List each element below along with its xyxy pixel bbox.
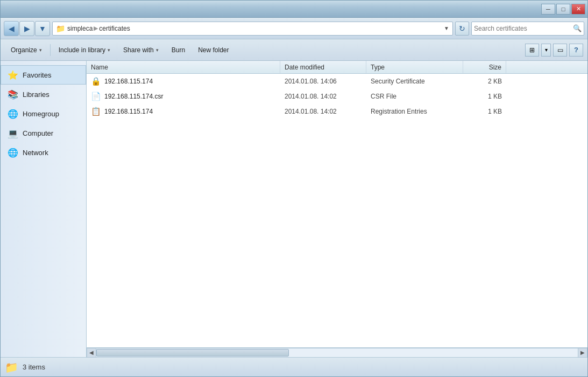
sidebar-label-network: Network — [23, 149, 48, 157]
back-button[interactable]: ◀ — [4, 21, 19, 36]
cell-date-2: 2014.01.08. 14:02 — [280, 104, 366, 119]
forward-icon: ▶ — [24, 24, 30, 33]
file-icon-0: 🔒 — [91, 76, 101, 86]
toolbar: Organize ▾ Include in library ▾ Share wi… — [1, 39, 587, 61]
col-header-size[interactable]: Size — [463, 61, 506, 73]
breadcrumb-arrow: ▶ — [94, 25, 98, 32]
view-icon: ⊞ — [529, 46, 535, 54]
scroll-track[interactable] — [96, 348, 578, 358]
separator-1 — [50, 44, 51, 56]
breadcrumb-bar[interactable]: 📁 simpleca ▶ certificates ▼ — [52, 22, 453, 36]
help-icon: ? — [574, 46, 578, 54]
back-icon: ◀ — [9, 24, 15, 33]
new-folder-label: New folder — [198, 46, 229, 54]
organize-label: Organize — [11, 46, 37, 54]
computer-icon: 💻 — [8, 128, 18, 138]
address-bar: ◀ ▶ ▼ 📁 simpleca ▶ certificates ▼ ↻ 🔍 — [1, 18, 587, 39]
cell-type-0: Security Certificate — [366, 74, 463, 89]
sidebar-item-network[interactable]: 🌐 Network — [1, 143, 86, 162]
status-bar: 📁 3 items — [1, 357, 587, 376]
file-list: 🔒 192.168.115.174 2014.01.08. 14:06 Secu… — [87, 74, 587, 347]
search-icon[interactable]: 🔍 — [573, 24, 582, 32]
close-button[interactable]: ✕ — [571, 4, 585, 15]
cell-type-2: Registration Entries — [366, 104, 463, 119]
toolbar-right: ⊞ ▾ ▭ ? — [525, 44, 583, 57]
pane-button[interactable]: ▭ — [553, 44, 567, 57]
main-area: ⭐ Favorites 📚 Libraries 🌐 Homegroup 💻 Co… — [1, 61, 587, 357]
cell-name-1: 📄 192.168.115.174.csr — [87, 89, 280, 104]
col-header-name[interactable]: Name — [87, 61, 280, 73]
sidebar: ⭐ Favorites 📚 Libraries 🌐 Homegroup 💻 Co… — [1, 61, 87, 357]
nav-buttons: ◀ ▶ ▼ — [4, 21, 50, 36]
burn-label: Burn — [172, 46, 185, 54]
sidebar-item-libraries[interactable]: 📚 Libraries — [1, 85, 86, 104]
cell-name-2: 📋 192.168.115.174 — [87, 104, 280, 119]
cell-size-1: 1 KB — [463, 89, 506, 104]
burn-button[interactable]: Burn — [166, 43, 191, 58]
help-button[interactable]: ? — [569, 44, 583, 57]
table-row[interactable]: 🔒 192.168.115.174 2014.01.08. 14:06 Secu… — [87, 74, 587, 89]
column-headers: Name Date modified Type Size — [87, 61, 587, 74]
cell-type-1: CSR File — [366, 89, 463, 104]
refresh-icon: ↻ — [459, 24, 465, 33]
organize-arrow: ▾ — [39, 47, 42, 53]
restore-button[interactable]: □ — [556, 4, 570, 15]
title-bar: ─ □ ✕ — [1, 1, 587, 18]
sidebar-item-favorites[interactable]: ⭐ Favorites — [1, 65, 86, 85]
file-icon-2: 📋 — [91, 107, 101, 116]
scroll-right-icon: ▶ — [580, 350, 585, 355]
scroll-right-button[interactable]: ▶ — [578, 348, 587, 358]
homegroup-icon: 🌐 — [8, 109, 18, 119]
folder-icon: 📁 — [56, 24, 65, 33]
search-box[interactable]: 🔍 — [471, 22, 584, 36]
col-header-date[interactable]: Date modified — [280, 61, 366, 73]
sidebar-item-homegroup[interactable]: 🌐 Homegroup — [1, 104, 86, 123]
share-with-button[interactable]: Share with ▾ — [117, 43, 165, 58]
scroll-left-icon: ◀ — [89, 350, 94, 355]
scroll-left-button[interactable]: ◀ — [87, 348, 96, 358]
col-header-type[interactable]: Type — [366, 61, 463, 73]
cell-size-2: 1 KB — [463, 104, 506, 119]
view-dropdown-arrow: ▾ — [545, 47, 548, 53]
breadcrumb-dropdown-button[interactable]: ▼ — [444, 25, 449, 31]
file-area: Name Date modified Type Size 🔒 — [87, 61, 587, 357]
search-input[interactable] — [474, 25, 573, 32]
file-icon-1: 📄 — [91, 92, 101, 101]
table-row[interactable]: 📋 192.168.115.174 2014.01.08. 14:02 Regi… — [87, 104, 587, 119]
breadcrumb: simpleca ▶ certificates — [67, 25, 130, 32]
chevron-down-icon: ▼ — [39, 24, 46, 33]
sidebar-label-computer: Computer — [23, 129, 53, 137]
include-library-button[interactable]: Include in library ▾ — [53, 43, 116, 58]
share-arrow: ▾ — [156, 47, 159, 53]
dropdown-button[interactable]: ▼ — [35, 21, 50, 36]
sidebar-item-computer[interactable]: 💻 Computer — [1, 123, 86, 143]
explorer-window: ─ □ ✕ ◀ ▶ ▼ 📁 simpleca ▶ certificates ▼ — [0, 0, 588, 377]
forward-button[interactable]: ▶ — [19, 21, 34, 36]
new-folder-button[interactable]: New folder — [192, 43, 235, 58]
horizontal-scrollbar: ◀ ▶ — [87, 347, 587, 357]
refresh-button[interactable]: ↻ — [455, 22, 469, 36]
sidebar-label-homegroup: Homegroup — [23, 110, 59, 118]
breadcrumb-leaf[interactable]: certificates — [99, 25, 130, 32]
view-button[interactable]: ⊞ — [525, 44, 539, 57]
network-icon: 🌐 — [8, 148, 18, 158]
pane-icon: ▭ — [557, 46, 563, 54]
sidebar-label-favorites: Favorites — [23, 71, 51, 79]
organize-button[interactable]: Organize ▾ — [5, 43, 48, 58]
favorites-icon: ⭐ — [8, 70, 18, 80]
item-count: 3 items — [23, 363, 45, 371]
view-dropdown-button[interactable]: ▾ — [541, 44, 551, 57]
libraries-icon: 📚 — [8, 89, 18, 100]
status-folder-icon: 📁 — [5, 361, 18, 374]
breadcrumb-root[interactable]: simpleca — [67, 25, 93, 32]
cell-date-1: 2014.01.08. 14:02 — [280, 89, 366, 104]
cell-date-0: 2014.01.08. 14:06 — [280, 74, 366, 89]
cell-name-0: 🔒 192.168.115.174 — [87, 74, 280, 89]
scroll-thumb[interactable] — [96, 349, 289, 357]
cell-size-0: 2 KB — [463, 74, 506, 89]
table-row[interactable]: 📄 192.168.115.174.csr 2014.01.08. 14:02 … — [87, 89, 587, 104]
sidebar-label-libraries: Libraries — [23, 90, 49, 99]
share-label: Share with — [123, 46, 154, 54]
include-label: Include in library — [59, 46, 105, 54]
minimize-button[interactable]: ─ — [541, 4, 555, 15]
